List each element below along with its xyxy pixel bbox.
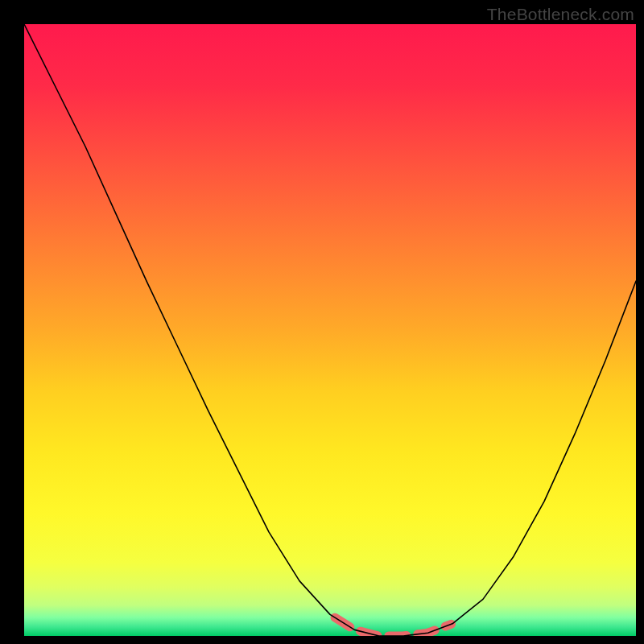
chart-highlight-segment bbox=[335, 617, 451, 636]
chart-curve bbox=[24, 24, 636, 636]
chart-svg bbox=[24, 24, 636, 636]
chart-frame: TheBottleneck.com bbox=[0, 0, 644, 644]
watermark-text: TheBottleneck.com bbox=[487, 5, 634, 24]
